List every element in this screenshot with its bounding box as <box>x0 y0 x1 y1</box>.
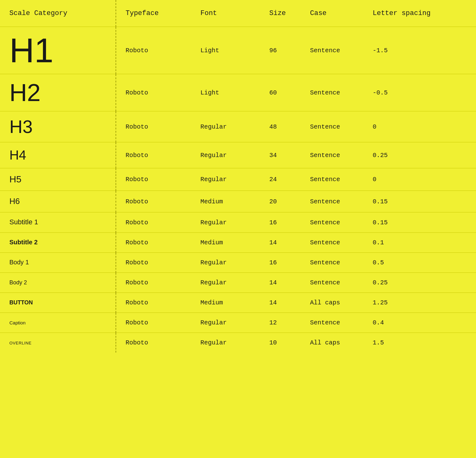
case-cell: Sentence <box>301 168 363 191</box>
font-cell: Regular <box>191 253 260 273</box>
typeface-cell: Roboto <box>116 168 191 191</box>
typeface-cell: Roboto <box>116 253 191 273</box>
table-row: BUTTONRobotoMedium14All caps1.25 <box>0 293 476 313</box>
scale-category-cell: BUTTON <box>0 293 116 313</box>
table-row: CaptionRobotoRegular12Sentence0.4 <box>0 313 476 333</box>
scale-category-cell: H1 <box>0 27 116 74</box>
size-cell: 34 <box>260 142 301 168</box>
letter-spacing-cell: 1.25 <box>363 293 476 313</box>
letter-spacing-cell: -1.5 <box>363 27 476 74</box>
scale-label: BUTTON <box>9 299 33 306</box>
size-cell: 20 <box>260 191 301 212</box>
scale-label: OVERLINE <box>9 341 32 345</box>
table-row: H4RobotoRegular34Sentence0.25 <box>0 142 476 168</box>
size-cell: 60 <box>260 74 301 111</box>
font-cell: Regular <box>191 333 260 353</box>
table-row: Body 2RobotoRegular14Sentence0.25 <box>0 273 476 293</box>
typeface-cell: Roboto <box>116 212 191 233</box>
scale-label: H1 <box>9 28 54 73</box>
letter-spacing-cell: 0 <box>363 111 476 142</box>
scale-label: Body 1 <box>9 259 29 266</box>
scale-category-cell: Subtitle 2 <box>0 233 116 253</box>
case-cell: Sentence <box>301 74 363 111</box>
letter-spacing-cell: 0.25 <box>363 273 476 293</box>
font-cell: Regular <box>191 142 260 168</box>
table-row: H1RobotoLight96Sentence-1.5 <box>0 27 476 74</box>
case-cell: Sentence <box>301 142 363 168</box>
scale-category-cell: Subtitle 1 <box>0 212 116 233</box>
case-cell: Sentence <box>301 273 363 293</box>
scale-label: H4 <box>9 145 26 165</box>
scale-category-cell: H6 <box>0 191 116 212</box>
scale-category-cell: Body 2 <box>0 273 116 293</box>
scale-category-cell: H2 <box>0 74 116 111</box>
font-cell: Regular <box>191 273 260 293</box>
table-row: H3RobotoRegular48Sentence0 <box>0 111 476 142</box>
col-header-size: Size <box>260 0 301 27</box>
typeface-cell: Roboto <box>116 142 191 168</box>
col-header-font: Font <box>191 0 260 27</box>
size-cell: 12 <box>260 313 301 333</box>
letter-spacing-cell: 0.15 <box>363 191 476 212</box>
table-row: H6RobotoMedium20Sentence0.15 <box>0 191 476 212</box>
case-cell: Sentence <box>301 27 363 74</box>
size-cell: 14 <box>260 293 301 313</box>
typeface-cell: Roboto <box>116 293 191 313</box>
scale-label: H3 <box>9 114 33 139</box>
col-header-case: Case <box>301 0 363 27</box>
typeface-cell: Roboto <box>116 111 191 142</box>
letter-spacing-cell: 1.5 <box>363 333 476 353</box>
typeface-cell: Roboto <box>116 333 191 353</box>
case-cell: All caps <box>301 293 363 313</box>
font-cell: Regular <box>191 212 260 233</box>
scale-label: H5 <box>9 174 21 184</box>
table-row: Body 1RobotoRegular16Sentence0.5 <box>0 253 476 273</box>
typeface-cell: Roboto <box>116 27 191 74</box>
size-cell: 48 <box>260 111 301 142</box>
typeface-cell: Roboto <box>116 74 191 111</box>
table-header-row: Scale Category Typeface Font Size Case L… <box>0 0 476 27</box>
letter-spacing-cell: 0.4 <box>363 313 476 333</box>
letter-spacing-cell: 0 <box>363 168 476 191</box>
font-cell: Medium <box>191 293 260 313</box>
font-cell: Medium <box>191 191 260 212</box>
scale-category-cell: H3 <box>0 111 116 142</box>
letter-spacing-cell: 0.5 <box>363 253 476 273</box>
letter-spacing-cell: 0.1 <box>363 233 476 253</box>
typeface-cell: Roboto <box>116 191 191 212</box>
font-cell: Regular <box>191 313 260 333</box>
size-cell: 14 <box>260 233 301 253</box>
font-cell: Regular <box>191 168 260 191</box>
table-row: Subtitle 2RobotoMedium14Sentence0.1 <box>0 233 476 253</box>
case-cell: All caps <box>301 333 363 353</box>
size-cell: 16 <box>260 212 301 233</box>
font-cell: Light <box>191 74 260 111</box>
scale-label: H2 <box>9 76 41 109</box>
size-cell: 14 <box>260 273 301 293</box>
size-cell: 10 <box>260 333 301 353</box>
table-row: OVERLINERobotoRegular10All caps1.5 <box>0 333 476 353</box>
scale-label: Body 2 <box>9 279 27 286</box>
case-cell: Sentence <box>301 212 363 233</box>
scale-category-cell: H5 <box>0 168 116 191</box>
scale-label: Subtitle 1 <box>9 218 38 226</box>
scale-category-cell: Caption <box>0 313 116 333</box>
typeface-cell: Roboto <box>116 233 191 253</box>
letter-spacing-cell: 0.15 <box>363 212 476 233</box>
scale-label: Caption <box>9 320 26 325</box>
table-row: H5RobotoRegular24Sentence0 <box>0 168 476 191</box>
scale-label: H6 <box>9 196 20 206</box>
typeface-cell: Roboto <box>116 313 191 333</box>
typography-table: Scale Category Typeface Font Size Case L… <box>0 0 476 353</box>
case-cell: Sentence <box>301 111 363 142</box>
case-cell: Sentence <box>301 313 363 333</box>
col-header-letter-spacing: Letter spacing <box>363 0 476 27</box>
case-cell: Sentence <box>301 191 363 212</box>
scale-category-cell: OVERLINE <box>0 333 116 353</box>
table-row: H2RobotoLight60Sentence-0.5 <box>0 74 476 111</box>
scale-category-cell: Body 1 <box>0 253 116 273</box>
case-cell: Sentence <box>301 253 363 273</box>
typeface-cell: Roboto <box>116 273 191 293</box>
letter-spacing-cell: -0.5 <box>363 74 476 111</box>
table-row: Subtitle 1RobotoRegular16Sentence0.15 <box>0 212 476 233</box>
